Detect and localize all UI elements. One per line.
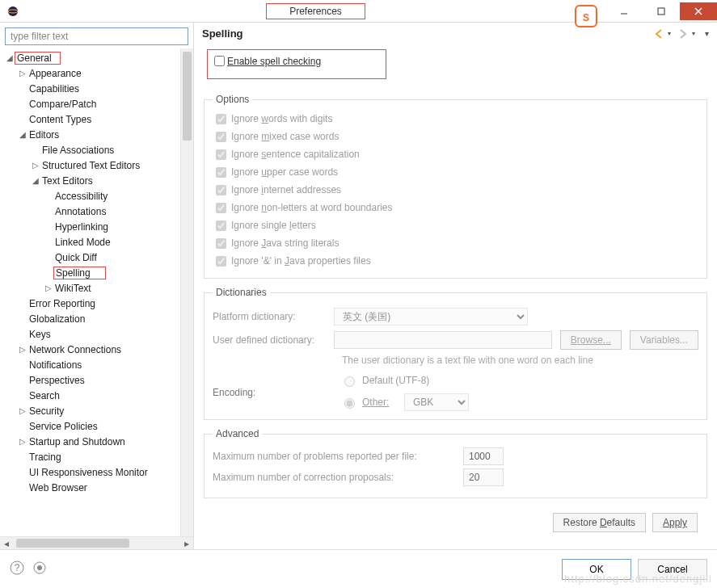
encoding-default-radio[interactable]	[344, 376, 355, 387]
expand-icon[interactable]: ▷	[18, 437, 27, 446]
ok-button[interactable]: OK	[562, 559, 631, 580]
window-title: Preferences	[26, 3, 605, 19]
max-proposals-input[interactable]	[463, 468, 504, 486]
tree-item-quick-diff[interactable]: Quick Diff	[0, 250, 193, 265]
forward-icon[interactable]	[677, 28, 689, 40]
tree-item-web-browser[interactable]: Web Browser	[0, 480, 193, 495]
scrollbar-thumb[interactable]	[16, 539, 129, 548]
expand-icon[interactable]: ▷	[18, 406, 27, 415]
tree-item-annotations[interactable]: Annotations	[0, 204, 193, 219]
tree-item-globalization[interactable]: Globalization	[0, 311, 193, 326]
encoding-other-radio[interactable]	[344, 398, 355, 409]
tree-item-compare-patch[interactable]: Compare/Patch	[0, 96, 193, 111]
tree-item-keys[interactable]: Keys	[0, 326, 193, 342]
opt-sentence-label: Ignore sentence capitalization	[231, 149, 360, 160]
collapse-icon[interactable]: ◢	[18, 130, 27, 139]
tree-item-notifications[interactable]: Notifications	[0, 357, 193, 372]
tree-item-tracing[interactable]: Tracing	[0, 449, 193, 464]
opt-java-checkbox[interactable]	[216, 238, 226, 249]
tree-item-search[interactable]: Search	[0, 388, 193, 403]
opt-digits-checkbox[interactable]	[216, 114, 226, 124]
scrollbar-thumb[interactable]	[183, 52, 192, 141]
tree-item-error-reporting[interactable]: Error Reporting	[0, 296, 193, 311]
max-problems-input[interactable]	[463, 447, 504, 465]
tree-item-file-associations[interactable]: File Associations	[0, 142, 193, 158]
tree-item-structured-text[interactable]: ▷Structured Text Editors	[0, 158, 193, 173]
tree-item-general[interactable]: ◢General	[0, 50, 193, 65]
max-problems-label: Maximum number of problems reported per …	[213, 451, 455, 462]
svg-rect-5	[658, 8, 664, 15]
tree-item-hyperlinking[interactable]: Hyperlinking	[0, 219, 193, 234]
view-menu-icon[interactable]: ▾	[705, 29, 709, 38]
maximize-button[interactable]	[643, 2, 680, 20]
preference-tree[interactable]: ◢General ▷Appearance Capabilities Compar…	[0, 50, 193, 495]
tree-item-editors[interactable]: ◢Editors	[0, 127, 193, 142]
tree-item-appearance[interactable]: ▷Appearance	[0, 65, 193, 81]
restore-defaults-button[interactable]: Restore Defaults	[553, 513, 646, 532]
tree-item-text-editors[interactable]: ◢Text Editors	[0, 173, 193, 188]
enable-spellcheck-checkbox[interactable]	[214, 56, 225, 66]
opt-inet-checkbox[interactable]	[216, 185, 226, 195]
cancel-button[interactable]: Cancel	[638, 559, 707, 580]
opt-inet-label: Ignore internet addresses	[231, 184, 341, 195]
opt-upper-checkbox[interactable]	[216, 167, 226, 178]
variables-button[interactable]: Variables...	[630, 330, 698, 350]
opt-amp-label: Ignore '&' in Java properties files	[231, 255, 371, 267]
filter-input[interactable]	[5, 27, 188, 45]
scroll-right-icon[interactable]: ▸	[180, 538, 193, 549]
tree-item-network[interactable]: ▷Network Connections	[0, 342, 193, 357]
opt-mixed-checkbox[interactable]	[216, 132, 226, 142]
scroll-left-icon[interactable]: ◂	[0, 538, 13, 549]
page-title: Spelling	[202, 27, 648, 40]
tree-item-perspectives[interactable]: Perspectives	[0, 372, 193, 388]
opt-nonletters-checkbox[interactable]	[216, 203, 226, 213]
advanced-group: Advanced Maximum number of problems repo…	[204, 428, 707, 498]
opt-sentence-checkbox[interactable]	[216, 149, 226, 160]
expand-icon[interactable]: ▷	[18, 345, 27, 354]
forward-menu-icon[interactable]: ▾	[692, 30, 695, 37]
svg-point-0	[8, 6, 18, 16]
dictionaries-group: Dictionaries Platform dictionary: 英文 (美国…	[204, 287, 707, 420]
expand-icon[interactable]: ▷	[44, 284, 53, 292]
tree-item-accessibility[interactable]: Accessibility	[0, 188, 193, 204]
enable-spellcheck-label: Enable spell checking	[227, 56, 321, 67]
tree-item-capabilities[interactable]: Capabilities	[0, 81, 193, 96]
tree-vertical-scrollbar[interactable]	[180, 48, 193, 536]
collapse-icon[interactable]: ◢	[31, 176, 40, 185]
encoding-default-label: Default (UTF-8)	[362, 375, 429, 386]
opt-amp-checkbox[interactable]	[216, 256, 226, 267]
close-button[interactable]	[680, 2, 717, 20]
apply-button[interactable]: Apply	[652, 513, 698, 532]
tree-item-linked-mode[interactable]: Linked Mode	[0, 234, 193, 250]
tree-item-ui-responsiveness[interactable]: UI Responsiveness Monitor	[0, 464, 193, 480]
expand-icon[interactable]: ▷	[18, 69, 27, 78]
tree-horizontal-scrollbar[interactable]: ◂ ▸	[0, 536, 193, 549]
back-icon[interactable]	[653, 28, 664, 40]
encoding-other-label: Other:	[362, 397, 389, 408]
tree-item-startup[interactable]: ▷Startup and Shutdown	[0, 434, 193, 449]
collapse-icon[interactable]: ◢	[5, 53, 15, 62]
browse-button[interactable]: Browse...	[560, 330, 622, 350]
options-legend: Options	[213, 94, 252, 105]
user-dict-hint: The user dictionary is a text file with …	[342, 355, 698, 366]
tree-item-service-policies[interactable]: Service Policies	[0, 418, 193, 434]
tree-item-spelling[interactable]: Spelling	[0, 265, 193, 280]
svg-text:S: S	[583, 12, 589, 23]
tree-item-content-types[interactable]: Content Types	[0, 111, 193, 127]
user-dict-input[interactable]	[334, 331, 552, 349]
options-group: Options Ignore words with digits Ignore …	[204, 94, 707, 279]
import-export-icon[interactable]	[32, 561, 47, 578]
encoding-other-select[interactable]: GBK	[404, 393, 469, 411]
minimize-button[interactable]	[605, 2, 643, 20]
tree-item-wikitext[interactable]: ▷WikiText	[0, 280, 193, 296]
encoding-label: Encoding:	[213, 387, 326, 398]
platform-dict-select[interactable]: 英文 (美国)	[334, 308, 528, 326]
svg-point-11	[37, 565, 42, 570]
opt-single-checkbox[interactable]	[216, 220, 226, 231]
sogou-icon: S	[575, 5, 597, 27]
expand-icon[interactable]: ▷	[31, 161, 40, 170]
help-icon[interactable]: ?	[10, 561, 24, 578]
back-menu-icon[interactable]: ▾	[668, 30, 671, 37]
tree-item-security[interactable]: ▷Security	[0, 403, 193, 418]
settings-pane: Spelling ▾ ▾ ▾ Enable spell checking Opt…	[194, 23, 717, 549]
